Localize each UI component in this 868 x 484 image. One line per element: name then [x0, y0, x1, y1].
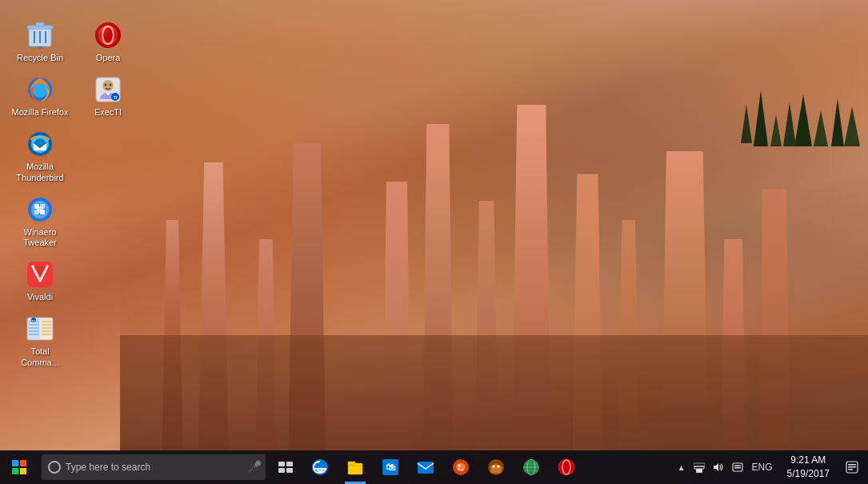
thunderbird-icon: [24, 128, 56, 160]
svg-rect-17: [34, 210, 39, 214]
svg-point-61: [493, 466, 495, 468]
clock-display[interactable]: 9:21 AM 5/19/2017: [778, 450, 839, 484]
svg-point-59: [458, 465, 461, 467]
svg-point-42: [110, 84, 112, 86]
firefox-label: Mozilla Firefox: [12, 107, 69, 118]
opera-label: Opera: [96, 53, 121, 63]
svg-marker-74: [714, 463, 718, 471]
edge-icon: [311, 458, 329, 476]
tray-icons-group: [690, 450, 747, 484]
desktop-icon-winaero[interactable]: Winaero Tweaker: [8, 190, 72, 251]
svg-rect-15: [34, 204, 39, 209]
taskbar-app-globe[interactable]: [514, 450, 549, 484]
microphone-icon: 🎤: [248, 460, 259, 474]
notification-icon: [846, 461, 858, 474]
svg-rect-56: [418, 462, 434, 474]
recycle-bin-icon: [24, 19, 56, 51]
taskbar-app-opera[interactable]: [549, 450, 584, 484]
opera-taskbar-icon: [558, 458, 575, 476]
svg-rect-46: [286, 462, 293, 466]
desktop-icon-opera[interactable]: Opera: [76, 16, 140, 66]
desktop-icon-firefox[interactable]: Mozilla Firefox: [8, 70, 72, 121]
winaero-icon: [24, 194, 56, 226]
svg-text:🛍: 🛍: [386, 462, 396, 473]
taskbar-app-store[interactable]: 🛍: [373, 450, 408, 484]
bird1-taskbar-icon: [452, 458, 470, 476]
show-hidden-icons-button[interactable]: ▲: [674, 450, 690, 484]
canyon-background: [120, 66, 868, 450]
svg-rect-18: [40, 210, 45, 214]
taskbar-pinned-apps: 🛍: [302, 450, 584, 484]
vivaldi-icon: [24, 258, 56, 290]
svg-rect-76: [734, 466, 741, 467]
clock-time: 9:21 AM: [790, 454, 826, 467]
total-commander-icon: TC: [24, 313, 56, 345]
svg-point-38: [95, 22, 121, 48]
search-placeholder-text: Type here to search: [66, 462, 245, 473]
svg-text:TC: TC: [31, 319, 35, 323]
firefox-icon: [24, 74, 56, 106]
svg-rect-45: [278, 462, 285, 466]
svg-rect-2: [36, 22, 44, 26]
recycle-bin-label: Recycle Bin: [17, 53, 63, 63]
store-icon: 🛍: [382, 458, 399, 476]
svg-text:TI: TI: [114, 95, 118, 100]
search-bar[interactable]: Type here to search 🎤: [42, 454, 266, 480]
svg-point-62: [498, 466, 500, 468]
desktop-icons-area: Recycle Bin Mozilla Firefox: [0, 8, 144, 424]
volume-icon: [713, 462, 724, 473]
mail-icon: [417, 458, 434, 476]
svg-rect-80: [848, 466, 856, 468]
tray-icon-network[interactable]: [690, 450, 709, 484]
thunderbird-label: Mozilla Thunderbird: [11, 162, 69, 182]
taskbar-app-bird1[interactable]: [443, 450, 478, 484]
desktop-icon-total-commander[interactable]: TC Total Comma...: [8, 310, 72, 370]
file-explorer-icon: [346, 458, 364, 476]
svg-rect-73: [694, 463, 705, 466]
start-button[interactable]: [0, 450, 38, 484]
opera-icon: [92, 19, 124, 51]
globe-taskbar-icon: [522, 458, 540, 476]
language-label: ENG: [752, 462, 773, 473]
total-commander-label: Total Comma...: [11, 346, 69, 367]
desktop-icon-thunderbird[interactable]: Mozilla Thunderbird: [8, 125, 72, 186]
bird2-taskbar-icon: [487, 458, 505, 476]
svg-rect-52: [348, 462, 355, 465]
execti-icon: TI: [92, 74, 124, 106]
svg-rect-81: [848, 469, 853, 470]
action-center-icon: [732, 462, 743, 473]
tray-language-indicator[interactable]: ENG: [747, 450, 778, 484]
search-icon: [48, 461, 61, 474]
svg-rect-48: [286, 468, 293, 473]
system-tray: ▲: [670, 450, 868, 484]
task-view-button[interactable]: [269, 450, 302, 484]
svg-point-41: [105, 84, 107, 86]
taskbar: Type here to search 🎤: [0, 450, 868, 484]
clock-date: 5/19/2017: [787, 467, 830, 481]
svg-rect-79: [848, 464, 856, 466]
tray-icon-volume[interactable]: [709, 450, 728, 484]
task-view-icon: [278, 462, 293, 473]
svg-rect-16: [40, 204, 45, 209]
svg-rect-47: [278, 468, 285, 473]
taskbar-app-edge[interactable]: [302, 450, 338, 484]
tray-icon-battery-or-action[interactable]: [728, 450, 747, 484]
svg-rect-71: [696, 469, 702, 473]
desktop-icon-execti[interactable]: TI ExecTI: [76, 70, 140, 121]
svg-rect-77: [734, 467, 741, 469]
vivaldi-label: Vivaldi: [27, 292, 53, 302]
desktop-icon-vivaldi[interactable]: Vivaldi: [8, 255, 72, 306]
desktop-icon-recycle-bin[interactable]: Recycle Bin: [8, 16, 72, 66]
action-center-button[interactable]: [839, 450, 865, 484]
taskbar-app-mail[interactable]: [408, 450, 443, 484]
windows-logo-icon: [12, 460, 26, 474]
network-icon: [694, 462, 705, 473]
taskbar-app-file-explorer[interactable]: [338, 450, 373, 484]
taskbar-app-bird2[interactable]: [478, 450, 514, 484]
winaero-label: Winaero Tweaker: [11, 227, 69, 248]
desktop: Recycle Bin Mozilla Firefox: [0, 0, 868, 484]
execti-label: ExecTI: [94, 107, 122, 118]
